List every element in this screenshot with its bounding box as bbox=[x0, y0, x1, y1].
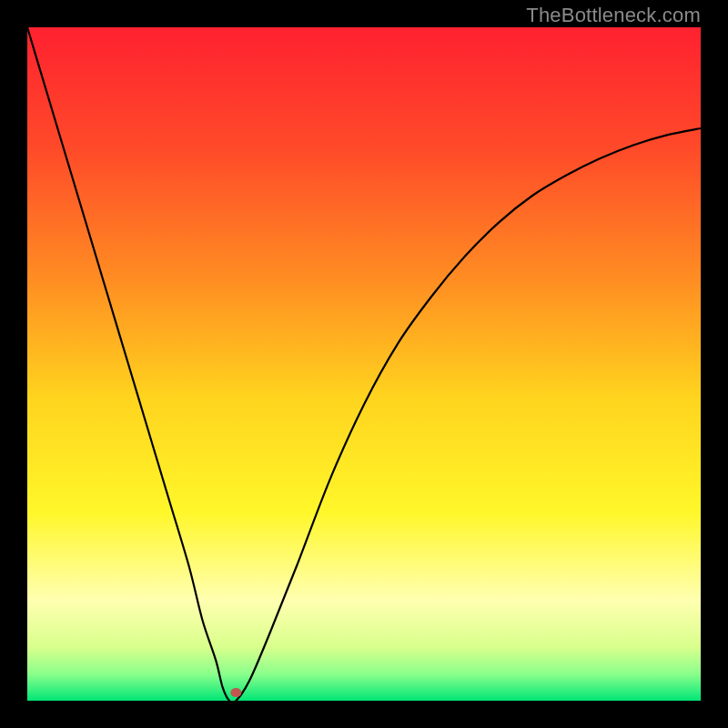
chart-frame: TheBottleneck.com bbox=[0, 0, 728, 728]
chart-svg bbox=[27, 27, 701, 701]
watermark-text: TheBottleneck.com bbox=[526, 4, 701, 27]
plot-area bbox=[27, 27, 701, 701]
optimum-marker bbox=[230, 688, 241, 697]
